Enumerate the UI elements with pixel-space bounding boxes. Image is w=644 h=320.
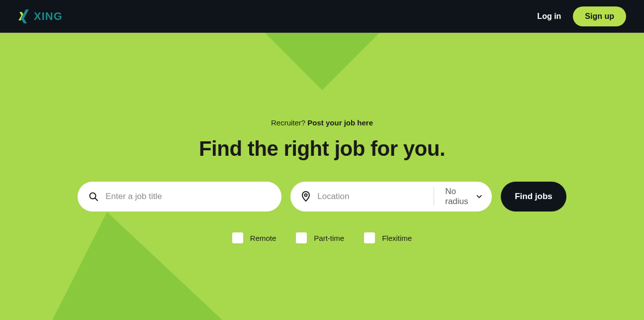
parttime-checkbox[interactable] — [296, 232, 307, 243]
search-bar: No radius Find jobs — [78, 182, 566, 212]
recruiter-prompt: Recruiter? Post your job here — [271, 118, 373, 127]
location-pin-icon — [301, 191, 310, 202]
remote-label: Remote — [250, 234, 276, 242]
chevron-down-icon — [476, 194, 482, 199]
location-input[interactable] — [317, 192, 423, 202]
hero-content: Recruiter? Post your job here Find the r… — [0, 33, 644, 243]
remote-checkbox-wrapper[interactable]: Remote — [232, 232, 276, 243]
header: XING Log in Sign up — [0, 0, 644, 33]
find-jobs-button[interactable]: Find jobs — [501, 182, 566, 212]
svg-line-1 — [95, 199, 98, 201]
flexitime-checkbox[interactable] — [364, 232, 375, 243]
radius-label: No radius — [445, 187, 470, 207]
svg-point-2 — [305, 194, 307, 197]
hero-title: Find the right job for you. — [199, 137, 445, 161]
flexitime-label: Flexitime — [382, 234, 412, 242]
flexitime-checkbox-wrapper[interactable]: Flexitime — [364, 232, 412, 243]
filters-row: Remote Part-time Flexitime — [232, 232, 412, 243]
radius-select[interactable]: No radius — [434, 187, 493, 206]
parttime-label: Part-time — [314, 234, 344, 242]
logo[interactable]: XING — [18, 9, 63, 23]
svg-point-0 — [90, 193, 96, 199]
remote-checkbox[interactable] — [232, 232, 243, 243]
xing-logo-icon — [18, 9, 30, 23]
signup-button[interactable]: Sign up — [573, 6, 626, 26]
brand-name: XING — [34, 10, 63, 23]
job-title-input[interactable] — [105, 192, 271, 202]
location-inner[interactable] — [290, 182, 434, 212]
parttime-checkbox-wrapper[interactable]: Part-time — [296, 232, 344, 243]
hero-section: Recruiter? Post your job here Find the r… — [0, 33, 644, 320]
header-actions: Log in Sign up — [537, 6, 626, 26]
location-input-wrapper: No radius — [290, 182, 492, 212]
post-job-link[interactable]: Post your job here — [307, 118, 373, 127]
login-link[interactable]: Log in — [537, 12, 561, 21]
recruiter-prefix: Recruiter? — [271, 118, 307, 127]
search-icon — [89, 192, 98, 202]
job-title-input-wrapper[interactable] — [78, 182, 281, 212]
